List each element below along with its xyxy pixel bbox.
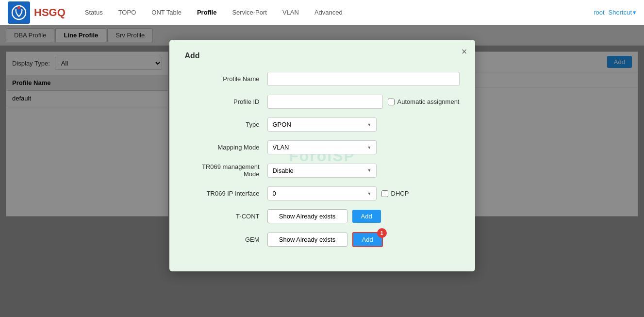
automatic-assignment-label[interactable]: Automatic assignment <box>388 98 460 105</box>
dhcp-checkbox[interactable] <box>381 190 388 197</box>
type-label: Type <box>185 121 267 128</box>
nav-right: root Shortcut ▾ <box>594 9 636 16</box>
main-background: DBA Profile Line Profile Srv Profile Dis… <box>0 25 644 317</box>
nav-ont-table[interactable]: ONT Table <box>151 9 182 16</box>
modal-title: Add <box>185 51 460 60</box>
modal-overlay: ForoISP Add × Profile Name Profile ID Au… <box>0 25 644 317</box>
logo-text: HSGQ <box>34 6 66 19</box>
mapping-mode-select[interactable]: VLAN GEM TCI <box>267 140 377 154</box>
mapping-mode-row: Mapping Mode VLAN GEM TCI <box>185 140 460 154</box>
tr069-ip-row: TR069 IP Interface 0 1 2 DHCP <box>185 186 460 200</box>
tr069-ip-select-wrapper: 0 1 2 <box>267 186 377 200</box>
tcont-label: T-CONT <box>185 213 267 220</box>
gem-add-wrapper: Add 1 <box>347 232 383 247</box>
type-select[interactable]: GPON EPON XGS-PON <box>267 117 377 132</box>
add-modal: ForoISP Add × Profile Name Profile ID Au… <box>169 40 475 271</box>
profile-id-input[interactable] <box>267 95 383 109</box>
logo-area: HSGQ <box>8 1 66 24</box>
tr069-ip-select[interactable]: 0 1 2 <box>267 186 377 200</box>
logo-svg <box>10 4 28 21</box>
dhcp-label[interactable]: DHCP <box>381 190 409 197</box>
gem-row: GEM Show Already exists Add 1 <box>185 232 460 247</box>
tcont-show-button[interactable]: Show Already exists <box>267 209 347 223</box>
nav-status[interactable]: Status <box>85 9 103 16</box>
type-select-wrapper: GPON EPON XGS-PON <box>267 117 377 132</box>
nav-shortcut[interactable]: Shortcut ▾ <box>609 9 636 16</box>
tr069-mode-select[interactable]: Disable Enable <box>267 164 377 178</box>
automatic-assignment-checkbox[interactable] <box>388 99 395 105</box>
profile-name-row: Profile Name <box>185 72 460 86</box>
nav-profile[interactable]: Profile <box>197 9 216 16</box>
top-navigation: HSGQ Status TOPO ONT Table Profile Servi… <box>0 0 644 25</box>
logo-icon <box>8 1 30 24</box>
type-row: Type GPON EPON XGS-PON <box>185 117 460 132</box>
profile-id-label: Profile ID <box>185 98 267 105</box>
tr069-mode-select-wrapper: Disable Enable <box>267 164 377 178</box>
mapping-mode-select-wrapper: VLAN GEM TCI <box>267 140 377 154</box>
profile-id-row: Profile ID Automatic assignment <box>185 95 460 109</box>
modal-close-button[interactable]: × <box>462 47 467 56</box>
nav-service-port[interactable]: Service-Port <box>232 9 267 16</box>
nav-user[interactable]: root <box>594 9 604 16</box>
tcont-row: T-CONT Show Already exists Add <box>185 209 460 223</box>
gem-notification-badge: 1 <box>377 228 387 238</box>
profile-name-input[interactable] <box>267 72 460 86</box>
tcont-add-button[interactable]: Add <box>352 210 381 223</box>
chevron-down-icon: ▾ <box>633 9 636 16</box>
tr069-ip-label: TR069 IP Interface <box>185 190 267 197</box>
nav-topo[interactable]: TOPO <box>118 9 136 16</box>
gem-label: GEM <box>185 236 267 243</box>
svg-point-1 <box>17 6 20 9</box>
nav-vlan[interactable]: VLAN <box>282 9 299 16</box>
tr069-mode-label: TR069 management Mode <box>185 163 267 178</box>
mapping-mode-label: Mapping Mode <box>185 144 267 151</box>
nav-links: Status TOPO ONT Table Profile Service-Po… <box>85 9 594 16</box>
tr069-mode-row: TR069 management Mode Disable Enable <box>185 163 460 178</box>
nav-advanced[interactable]: Advanced <box>314 9 343 16</box>
gem-show-button[interactable]: Show Already exists <box>267 233 347 247</box>
profile-name-label: Profile Name <box>185 75 267 83</box>
